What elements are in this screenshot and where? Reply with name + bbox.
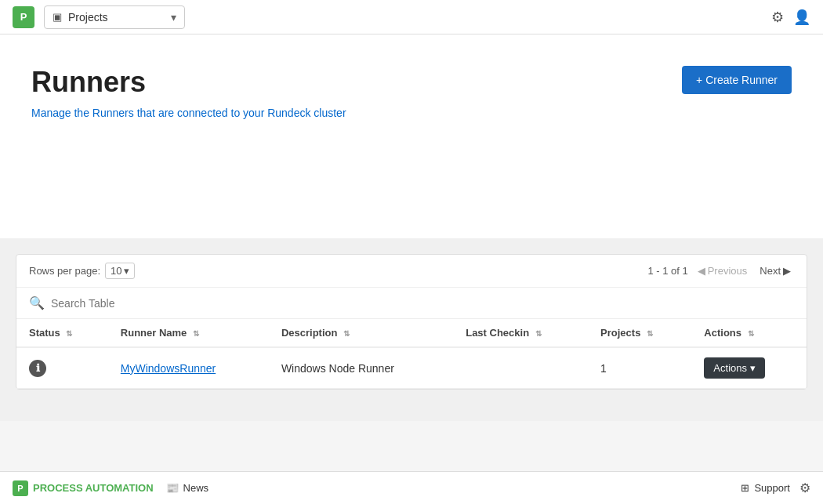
col-status[interactable]: Status ⇅ [16, 319, 108, 347]
table-header-row: Status ⇅ Runner Name ⇅ Description ⇅ Las… [16, 319, 807, 347]
next-button[interactable]: Next ▶ [756, 263, 794, 278]
col-description[interactable]: Description ⇅ [269, 319, 453, 347]
sort-icon: ⇅ [748, 329, 754, 338]
search-icon: 🔍 [29, 296, 45, 310]
cell-runner-name: MyWindowsRunner [108, 347, 269, 389]
projects-icon: ▣ [53, 11, 62, 23]
cell-last-checkin [453, 347, 588, 389]
status-icon: ℹ [29, 360, 46, 377]
user-icon[interactable]: 👤 [793, 9, 810, 26]
header: P ▣ Projects ▾ ⚙ 👤 [0, 0, 823, 34]
runners-table: Status ⇅ Runner Name ⇅ Description ⇅ Las… [16, 319, 807, 389]
project-dropdown[interactable]: ▣ Projects ▾ [44, 5, 185, 29]
cell-description: Windows Node Runner [269, 347, 453, 389]
actions-button[interactable]: Actions ▾ [704, 357, 765, 379]
table-card: Rows per page: 10 ▾ 1 - 1 of 1 ◀ Previou… [16, 254, 807, 390]
cell-status: ℹ [16, 347, 108, 389]
header-left: P ▣ Projects ▾ [13, 5, 185, 29]
sort-icon: ⇅ [647, 329, 653, 338]
logo-icon: P [13, 6, 34, 28]
col-projects[interactable]: Projects ⇅ [588, 319, 691, 347]
cell-projects: 1 [588, 347, 691, 389]
rows-per-page-label: Rows per page: [29, 265, 100, 277]
cell-actions: Actions ▾ [691, 347, 807, 389]
pagination: 1 - 1 of 1 ◀ Previous Next ▶ [647, 263, 794, 278]
caret-down-icon: ▾ [750, 362, 756, 374]
table-top-bar: Rows per page: 10 ▾ 1 - 1 of 1 ◀ Previou… [16, 255, 807, 288]
table-row: ℹ MyWindowsRunner Windows Node Runner 1 … [16, 347, 807, 389]
chevron-left-icon: ◀ [698, 265, 705, 277]
col-last-checkin[interactable]: Last Checkin ⇅ [453, 319, 588, 347]
chevron-right-icon: ▶ [783, 265, 791, 277]
table-section: Rows per page: 10 ▾ 1 - 1 of 1 ◀ Previou… [0, 238, 823, 421]
pagination-info: 1 - 1 of 1 [647, 265, 687, 277]
page-subtitle: Manage the Runners that are connected to… [31, 107, 346, 119]
rows-per-page: Rows per page: 10 ▾ [29, 263, 135, 279]
col-runner-name[interactable]: Runner Name ⇅ [108, 319, 269, 347]
sort-icon: ⇅ [343, 329, 350, 338]
page-title: Runners [31, 66, 346, 99]
search-input[interactable] [51, 297, 794, 310]
settings-icon[interactable]: ⚙ [771, 9, 784, 26]
rows-per-page-select[interactable]: 10 ▾ [105, 263, 134, 279]
sort-icon: ⇅ [535, 329, 542, 338]
create-runner-button[interactable]: + Create Runner [682, 66, 792, 94]
sort-icon: ⇅ [66, 329, 72, 338]
sort-icon: ⇅ [193, 329, 199, 338]
project-label: Projects [68, 11, 165, 24]
header-right: ⚙ 👤 [771, 9, 810, 26]
search-bar: 🔍 [16, 288, 807, 319]
col-actions: Actions ⇅ [691, 319, 807, 347]
runner-name-link[interactable]: MyWindowsRunner [121, 362, 216, 375]
chevron-down-icon: ▾ [171, 11, 176, 24]
previous-button[interactable]: ◀ Previous [694, 263, 751, 278]
rows-select-arrow-icon: ▾ [124, 265, 129, 277]
main-content: Runners Manage the Runners that are conn… [0, 34, 823, 238]
